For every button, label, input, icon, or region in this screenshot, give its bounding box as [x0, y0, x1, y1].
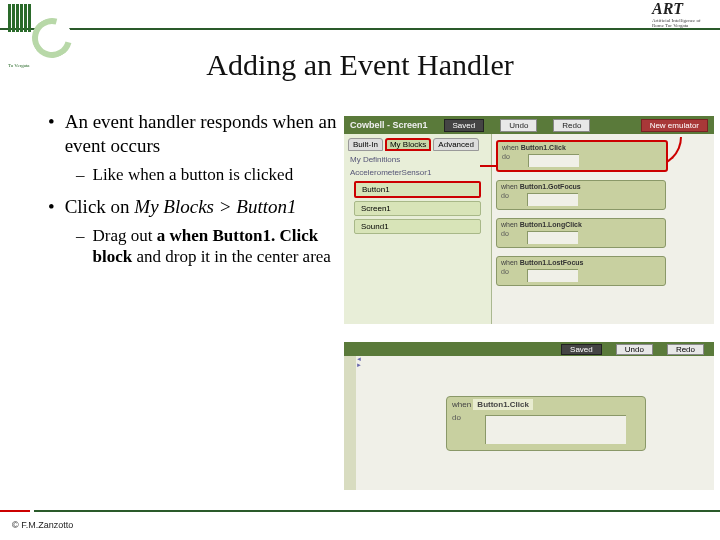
bullet-2-sub: Drag out a when Button1. Click block and… [93, 225, 339, 268]
undo-button[interactable]: Undo [500, 119, 537, 132]
tab-my-blocks[interactable]: My Blocks [385, 138, 431, 151]
category-accelerometer[interactable]: AccelerometerSensor1 [350, 168, 485, 177]
block-slot[interactable] [485, 415, 626, 444]
app-toolbar: Cowbell - Screen1 Saved Undo Redo New em… [344, 116, 714, 134]
slide-title: Adding an Event Handler [0, 48, 720, 82]
art-logo: ART Artificial Intelligence of Rome Tor … [652, 0, 712, 28]
screenshot-canvas: Saved Undo Redo ◄► when Button1.Click do [344, 342, 714, 492]
placed-block-button1-click[interactable]: when Button1.Click do [446, 396, 646, 451]
block-button1-lostfocus[interactable]: when Button1.LostFocus do [496, 256, 666, 286]
tab-advanced[interactable]: Advanced [433, 138, 479, 151]
project-title: Cowbell - Screen1 [350, 120, 428, 130]
art-logo-sub: Artificial Intelligence of Rome Tor Verg… [652, 18, 712, 28]
bullet-1: An event handler responds when an event … [65, 110, 338, 158]
category-button1[interactable]: Button1 [354, 181, 481, 198]
block-button1-gotfocus[interactable]: when Button1.GotFocus do [496, 180, 666, 210]
copyright: © F.M.Zanzotto [12, 520, 73, 530]
slide-body: An event handler responds when an event … [48, 110, 338, 277]
screenshot-blocks-palette: Cowbell - Screen1 Saved Undo Redo New em… [344, 116, 714, 326]
palette-tabs: Built-In My Blocks Advanced [348, 138, 487, 151]
tab-builtin[interactable]: Built-In [348, 138, 383, 151]
workspace-canvas[interactable]: ◄► when Button1.Click do [344, 356, 714, 490]
bullet-1-sub: Like when a button is clicked [93, 164, 294, 185]
blocks-left-panel: Built-In My Blocks Advanced My Definitio… [344, 134, 492, 324]
category-sound1[interactable]: Sound1 [354, 219, 481, 234]
ruler-marks: ◄► [356, 356, 362, 368]
bullet-2: Click on My Blocks > Button1 [65, 195, 297, 219]
redo-button[interactable]: Redo [553, 119, 590, 132]
saved-button-2[interactable]: Saved [561, 344, 602, 355]
block-button1-longclick[interactable]: when Button1.LongClick do [496, 218, 666, 248]
saved-button[interactable]: Saved [444, 119, 485, 132]
footer-divider [0, 510, 720, 512]
canvas-toolbar: Saved Undo Redo [344, 342, 714, 356]
header-divider [0, 28, 720, 30]
block-button1-click[interactable]: when Button1.Click do [496, 140, 668, 172]
undo-button-2[interactable]: Undo [616, 344, 653, 355]
new-emulator-button[interactable]: New emulator [641, 119, 708, 132]
category-screen1[interactable]: Screen1 [354, 201, 481, 216]
blocks-flyout: when Button1.Click do when Button1.GotFo… [492, 134, 714, 324]
art-logo-title: ART [652, 0, 712, 18]
category-my-definitions[interactable]: My Definitions [350, 155, 485, 164]
redo-button-2[interactable]: Redo [667, 344, 704, 355]
